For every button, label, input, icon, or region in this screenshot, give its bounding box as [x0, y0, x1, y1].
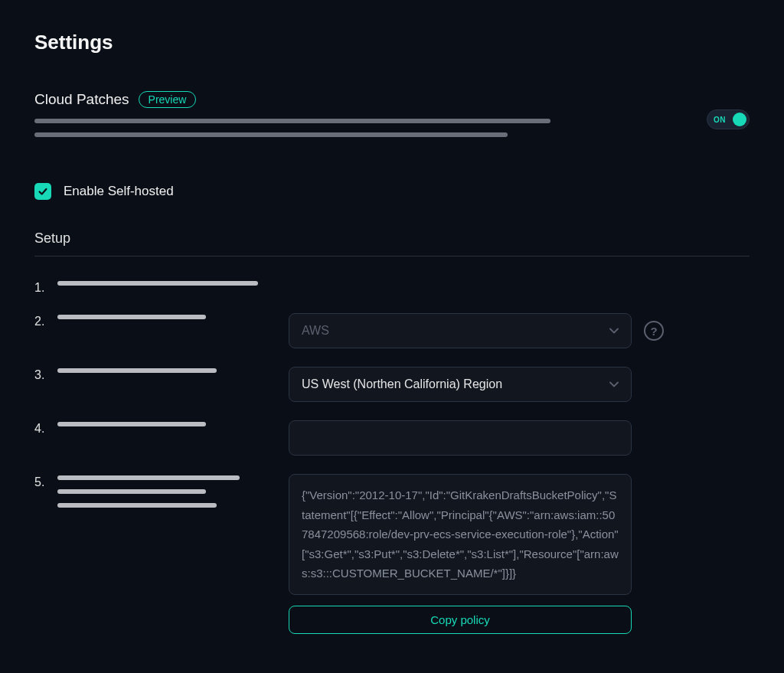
step-label-placeholder — [57, 368, 217, 373]
step-label-placeholder — [57, 503, 217, 508]
cloud-patches-toggle[interactable]: ON — [707, 109, 750, 129]
step-label-placeholder — [57, 315, 206, 319]
page-title: Settings — [34, 31, 750, 54]
self-hosted-checkbox[interactable] — [34, 183, 51, 200]
policy-json-box: {"Version":"2012-10-17","Id":"GitKrakenD… — [289, 474, 632, 595]
region-select[interactable]: US West (Northen California) Region — [289, 367, 632, 402]
description-placeholder — [34, 119, 550, 123]
step-label-placeholder — [57, 489, 206, 494]
preview-badge: Preview — [139, 91, 197, 108]
self-hosted-label: Enable Self-hosted — [64, 184, 174, 199]
copy-policy-button[interactable]: Copy policy — [289, 606, 632, 634]
setup-title: Setup — [34, 230, 750, 256]
provider-value: AWS — [302, 324, 329, 338]
setup-step-2: AWS ? — [34, 313, 750, 348]
help-icon[interactable]: ? — [644, 321, 664, 341]
toggle-knob — [733, 113, 746, 126]
step-label-placeholder — [57, 475, 240, 480]
step-label-placeholder — [57, 422, 206, 426]
setup-step-1 — [34, 279, 750, 295]
self-hosted-row: Enable Self-hosted — [34, 183, 750, 200]
setup-step-5: {"Version":"2012-10-17","Id":"GitKrakenD… — [34, 474, 750, 634]
cloud-patches-title: Cloud Patches — [34, 91, 129, 108]
step-label-placeholder — [57, 281, 258, 286]
chevron-down-icon — [609, 326, 619, 335]
setup-step-4 — [34, 420, 750, 456]
provider-select[interactable]: AWS — [289, 313, 632, 348]
check-icon — [38, 186, 48, 197]
description-placeholder — [34, 132, 508, 137]
region-value: US West (Northen California) Region — [302, 377, 502, 391]
cloud-patches-section: Cloud Patches Preview ON — [34, 91, 750, 146]
bucket-name-input[interactable] — [289, 420, 632, 456]
setup-list: AWS ? US West (Northen California) Regio… — [34, 279, 750, 634]
toggle-on-label: ON — [714, 116, 726, 124]
chevron-down-icon — [609, 380, 619, 389]
setup-step-3: US West (Northen California) Region — [34, 367, 750, 402]
